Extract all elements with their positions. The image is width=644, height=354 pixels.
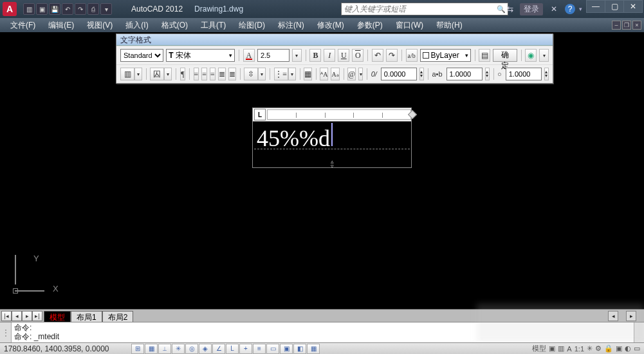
qat-open-icon[interactable]: ▣ [36, 3, 48, 15]
dyn-toggle-icon[interactable]: + [239, 344, 252, 354]
width-input[interactable] [506, 68, 542, 80]
justify-button[interactable]: 囚 [150, 68, 164, 80]
status-annoscale-val[interactable]: 1:1 [575, 345, 584, 353]
status-isolate-icon[interactable]: ◐ [625, 344, 631, 353]
bold-button[interactable]: B [309, 49, 321, 62]
align-center-button[interactable]: ≡ [201, 68, 207, 80]
ruler-icon[interactable]: ▤ [479, 49, 490, 62]
status-quickview-icon[interactable]: ▥ [558, 344, 564, 353]
app-icon[interactable]: A [3, 2, 17, 16]
options-button[interactable]: ◉ [525, 49, 537, 62]
ok-button[interactable]: 确定 [493, 49, 517, 62]
menu-tools[interactable]: 工具(T) [194, 19, 232, 32]
command-window[interactable]: ⋮ 命令: 命令: _mtedit [0, 322, 644, 342]
justify-dropdown-icon[interactable]: ▾ [164, 68, 172, 80]
qat-print-icon[interactable]: ⎙ [87, 3, 99, 15]
tab-last-icon[interactable]: ▸| [32, 311, 42, 321]
align-right-button[interactable]: ≡ [210, 68, 216, 80]
menu-file[interactable]: 文件(F) [4, 19, 42, 32]
mdi-close-button[interactable]: × [632, 21, 641, 30]
status-lock-icon[interactable]: 🔒 [604, 344, 613, 353]
osnap-toggle-icon[interactable]: ◎ [185, 344, 198, 354]
align-justify-button[interactable]: ≣ [218, 68, 226, 80]
help-dropdown-icon[interactable]: ▾ [579, 6, 582, 12]
menu-parametric[interactable]: 参数(P) [351, 19, 389, 32]
options-dropdown-icon[interactable]: ▾ [539, 49, 549, 62]
italic-button[interactable]: I [324, 49, 335, 62]
tracking-input[interactable] [446, 68, 483, 80]
text-height-input[interactable] [257, 49, 290, 62]
login-button[interactable]: 登录 [520, 3, 543, 15]
mdi-minimize-button[interactable]: – [612, 21, 621, 30]
width-spinner[interactable]: ▴▾ [544, 68, 549, 80]
ruler-track[interactable] [267, 109, 411, 120]
polar-toggle-icon[interactable]: ✳ [172, 344, 185, 354]
mtext-ruler[interactable]: L [252, 107, 412, 122]
status-ws-icon[interactable]: ⚙ [595, 344, 602, 353]
paragraph-button[interactable]: ¶ [180, 68, 186, 80]
align-left-button[interactable]: ≡ [194, 68, 199, 80]
tpy-toggle-icon[interactable]: ▭ [266, 344, 279, 354]
snap-toggle-icon[interactable]: ⊞ [131, 344, 144, 354]
tab-layout1[interactable]: 布局1 [71, 311, 102, 322]
search-icon[interactable]: 🔍 [496, 4, 506, 14]
linespacing-button[interactable]: ⇳ [244, 68, 258, 80]
menu-dimension[interactable]: 标注(N) [271, 19, 311, 32]
command-grip-icon[interactable]: ⋮ [0, 322, 12, 342]
help-search[interactable]: 🔍 [341, 3, 508, 15]
command-scrollbar[interactable] [634, 322, 644, 342]
qat-save-icon[interactable]: 💾 [49, 3, 60, 15]
stack-button[interactable]: a/b [406, 49, 418, 62]
menu-view[interactable]: 视图(V) [80, 19, 119, 32]
underline-button[interactable]: U [338, 49, 349, 62]
mtext-height-handle[interactable]: ▵▿ [328, 160, 336, 169]
mtext-content[interactable]: 45%%d [257, 126, 330, 151]
status-tool-icon[interactable]: ▣ [549, 344, 555, 353]
help-icon[interactable]: ? [565, 4, 575, 14]
tab-first-icon[interactable]: |◂ [1, 311, 12, 321]
redo-button[interactable]: ↷ [386, 49, 398, 62]
menu-edit[interactable]: 编辑(E) [42, 19, 80, 32]
tab-model[interactable]: 模型 [44, 311, 71, 322]
mtext-textbox[interactable]: 45%%d ▵▿ [252, 122, 412, 168]
columns-button[interactable]: ▥ [120, 68, 134, 80]
status-annovis-icon[interactable]: ✳ [587, 344, 593, 353]
tab-next-icon[interactable]: ▸ [22, 311, 32, 321]
undo-button[interactable]: ↶ [372, 49, 383, 62]
signin-icon[interactable]: ⇆ [507, 5, 513, 14]
command-prompt-line[interactable]: 命令: _mtedit [14, 332, 641, 341]
menu-window[interactable]: 窗口(W) [389, 19, 430, 32]
numbering-dropdown-icon[interactable]: ▾ [288, 68, 296, 80]
tab-prev-icon[interactable]: ◂ [12, 311, 22, 321]
maximize-button[interactable]: ▢ [605, 0, 624, 13]
am-toggle-icon[interactable]: ▦ [307, 344, 320, 354]
otrack-toggle-icon[interactable]: ∠ [212, 344, 225, 354]
coordinates-readout[interactable]: 1780.8460, 1400.3958, 0.0000 [0, 344, 129, 353]
uppercase-button[interactable]: ᴬA [320, 68, 328, 80]
status-annoscale-icon[interactable]: A [567, 345, 571, 353]
status-clean-icon[interactable]: ▭ [634, 344, 640, 353]
close-button[interactable]: ✕ [623, 0, 643, 13]
text-color-button[interactable]: A [243, 49, 255, 62]
numbering-button[interactable]: ⋮≡ [274, 68, 288, 80]
hscroll-left-icon[interactable]: ◂ [608, 311, 618, 321]
symbol-button[interactable]: @ [347, 68, 356, 80]
menu-help[interactable]: 帮助(H) [430, 19, 469, 32]
columns-dropdown-icon[interactable]: ▾ [134, 68, 142, 80]
menu-insert[interactable]: 插入(I) [119, 19, 154, 32]
qat-redo-icon[interactable]: ↷ [75, 3, 86, 15]
status-hwaccel-icon[interactable]: ▣ [616, 344, 622, 353]
sc-toggle-icon[interactable]: ◧ [293, 344, 306, 354]
lowercase-button[interactable]: Aₐ [331, 68, 339, 80]
mdi-restore-button[interactable]: ❐ [622, 21, 631, 30]
grid-toggle-icon[interactable]: ▦ [145, 344, 158, 354]
mtext-editor[interactable]: L 45%%d ▵▿ [252, 107, 412, 168]
help-search-input[interactable] [342, 5, 496, 14]
text-format-toolbar[interactable]: 文字格式 Standard T宋体▾ A ▾ B I U O ↶ ↷ a/b B… [116, 33, 553, 84]
model-space-label[interactable]: 模型 [532, 344, 546, 353]
ruler-tab-button[interactable]: L [254, 109, 266, 120]
hscroll-right-icon[interactable]: ▸ [626, 311, 636, 321]
qat-more-icon[interactable]: ▾ [100, 3, 112, 15]
minimize-button[interactable]: — [586, 0, 605, 13]
tracking-spinner[interactable]: ▴▾ [485, 68, 490, 80]
